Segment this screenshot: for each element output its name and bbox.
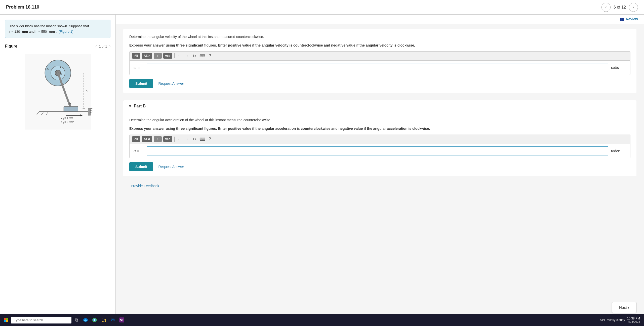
next-problem-button[interactable]: › bbox=[629, 3, 638, 12]
figure-header: Figure ‹ 1 of 1 › bbox=[5, 44, 110, 49]
part-a-unit: rad/s bbox=[611, 66, 626, 70]
toolbar-sqrt-btn-a[interactable]: √Π bbox=[132, 53, 140, 59]
svg-text:B: B bbox=[69, 103, 71, 106]
figure-link[interactable]: (Figure 1) bbox=[59, 30, 73, 33]
toolbar-undo-btn-a[interactable]: ← bbox=[177, 53, 183, 59]
taskbar-search-input[interactable] bbox=[11, 317, 71, 323]
review-bar: ▮▮ Review bbox=[116, 15, 644, 24]
review-link[interactable]: ▮▮ Review bbox=[620, 17, 638, 21]
toolbar-help-btn-a[interactable]: ? bbox=[208, 53, 212, 59]
svg-text:B: B bbox=[62, 118, 64, 120]
part-a-submit-row: Submit Request Answer bbox=[129, 79, 630, 88]
figure-prev-arrow[interactable]: ‹ bbox=[96, 44, 97, 49]
figure-svg: A r C h B bbox=[23, 54, 93, 130]
part-b-input-container: α = rad/s² bbox=[129, 144, 630, 158]
svg-text:A: A bbox=[46, 67, 49, 71]
figure-image: A r C h B bbox=[5, 52, 110, 132]
review-icon: ▮▮ bbox=[620, 17, 624, 21]
part-b-toolbar: √Π ΑΣΦ ↕ vec ← → ↻ ⌨ ? bbox=[129, 135, 630, 144]
taskbar-time: 10:38 PM bbox=[627, 317, 640, 320]
part-a-input-container: ω = rad/s bbox=[129, 60, 630, 75]
svg-point-39 bbox=[94, 319, 95, 321]
nav-controls: ‹ 6 of 12 › bbox=[601, 3, 638, 12]
problem-context: The slider block has the motion shown. S… bbox=[5, 20, 110, 38]
taskbar-datetime: 10:38 PM 4/14/2023 bbox=[627, 317, 640, 323]
toolbar-refresh-btn-a[interactable]: ↻ bbox=[192, 53, 197, 59]
left-panel: The slider block has the motion shown. S… bbox=[0, 15, 116, 314]
toolbar-sep-b bbox=[174, 137, 175, 142]
context-line1: The slider block has the motion shown. S… bbox=[9, 24, 89, 28]
part-b-input[interactable] bbox=[147, 146, 608, 155]
toolbar-updown-btn-b[interactable]: ↕ bbox=[154, 136, 162, 142]
part-a-request-answer-link[interactable]: Request Answer bbox=[158, 82, 184, 86]
toolbar-keyboard-btn-b[interactable]: ⌨ bbox=[198, 136, 206, 142]
taskbar-mail-icon[interactable]: ✉ bbox=[109, 316, 117, 324]
figure-label: Figure bbox=[5, 44, 17, 49]
svg-rect-13 bbox=[64, 106, 78, 112]
svg-rect-31 bbox=[4, 318, 6, 320]
svg-rect-32 bbox=[6, 318, 8, 320]
part-b-submit-button[interactable]: Submit bbox=[129, 162, 153, 171]
taskbar-date: 4/14/2023 bbox=[627, 320, 640, 323]
feedback-container: Provide Feedback bbox=[123, 181, 636, 190]
part-a-submit-button[interactable]: Submit bbox=[129, 79, 153, 88]
part-b-arrow: ▼ bbox=[128, 104, 132, 108]
toolbar-vec-btn-a[interactable]: vec bbox=[163, 53, 172, 59]
part-b-question: Determine the angular acceleration of th… bbox=[129, 117, 630, 123]
toolbar-redo-btn-b[interactable]: → bbox=[184, 136, 190, 142]
toolbar-updown-btn-a[interactable]: ↕ bbox=[154, 53, 162, 59]
svg-rect-33 bbox=[4, 320, 6, 322]
toolbar-sqrt-btn-b[interactable]: √Π bbox=[132, 136, 140, 142]
next-button[interactable]: Next › bbox=[612, 302, 636, 313]
figure-next-arrow[interactable]: › bbox=[109, 44, 110, 49]
part-a-toolbar: √Π ΑΣΦ ↕ vec ← → ↻ ⌨ ? bbox=[129, 51, 630, 60]
svg-text:h: h bbox=[86, 89, 87, 93]
part-b-unit: rad/s² bbox=[611, 149, 626, 153]
windows-start-button[interactable] bbox=[2, 316, 10, 324]
next-btn-container: Next › bbox=[612, 302, 636, 313]
part-b-header[interactable]: ▼ Part B bbox=[123, 100, 636, 112]
svg-text:v: v bbox=[61, 117, 62, 119]
part-a-input[interactable] bbox=[147, 63, 608, 72]
part-b-body: Determine the angular acceleration of th… bbox=[123, 112, 636, 176]
part-a-section: Determine the angular velocity of the wh… bbox=[123, 29, 636, 93]
toolbar-sigma-btn-b[interactable]: ΑΣΦ bbox=[142, 136, 152, 142]
svg-text:= 2 m/s²: = 2 m/s² bbox=[64, 121, 74, 124]
part-b-section: ▼ Part B Determine the angular accelerat… bbox=[123, 100, 636, 176]
prev-problem-button[interactable]: ‹ bbox=[601, 3, 611, 12]
part-a-emphasis: Express your answer using three signific… bbox=[129, 43, 630, 48]
figure-nav: ‹ 1 of 1 › bbox=[96, 44, 110, 49]
taskbar-task-view-icon[interactable]: ⧉ bbox=[72, 316, 80, 324]
toolbar-keyboard-btn-a[interactable]: ⌨ bbox=[198, 53, 206, 59]
toolbar-help-btn-b[interactable]: ? bbox=[208, 136, 212, 142]
part-a-body: Determine the angular velocity of the wh… bbox=[123, 29, 636, 93]
toolbar-refresh-btn-b[interactable]: ↻ bbox=[192, 136, 197, 142]
toolbar-sigma-btn-a[interactable]: ΑΣΦ bbox=[142, 53, 152, 59]
taskbar-vs-icon[interactable]: VS bbox=[118, 316, 126, 324]
toolbar-sep-a bbox=[174, 53, 175, 58]
page-indicator: 6 of 12 bbox=[614, 5, 626, 10]
figure-section: Figure ‹ 1 of 1 › A bbox=[5, 44, 110, 132]
toolbar-vec-btn-b[interactable]: vec bbox=[163, 136, 172, 142]
top-bar: Problem 16.110 ‹ 6 of 12 › bbox=[0, 0, 644, 15]
taskbar-chrome-icon[interactable] bbox=[91, 316, 99, 324]
taskbar-explorer-icon[interactable]: 🗂 bbox=[100, 316, 108, 324]
svg-text:C: C bbox=[60, 72, 62, 75]
svg-rect-19 bbox=[88, 108, 90, 115]
taskbar-edge-icon[interactable] bbox=[82, 316, 90, 324]
toolbar-undo-btn-b[interactable]: ← bbox=[177, 136, 183, 142]
divider bbox=[123, 98, 636, 98]
taskbar: ⧉ 🗂 ✉ VS 73°F Mostly cloudy 10:38 PM 4/1… bbox=[0, 314, 644, 326]
part-b-request-answer-link[interactable]: Request Answer bbox=[158, 165, 184, 169]
content-area: Determine the angular velocity of the wh… bbox=[116, 24, 644, 195]
part-b-input-row: α = rad/s² bbox=[134, 146, 626, 155]
feedback-link[interactable]: Provide Feedback bbox=[123, 181, 167, 190]
svg-point-36 bbox=[84, 319, 87, 321]
part-b-title: Part B bbox=[134, 104, 146, 108]
part-a-label: ω = bbox=[134, 65, 144, 70]
svg-text:B: B bbox=[62, 122, 64, 124]
part-b-label: α = bbox=[134, 149, 144, 153]
toolbar-redo-btn-a[interactable]: → bbox=[184, 53, 190, 59]
svg-text:= 4 m/s: = 4 m/s bbox=[64, 117, 73, 119]
context-line2: r = 130 mm and h = 550 mm . bbox=[9, 30, 57, 33]
